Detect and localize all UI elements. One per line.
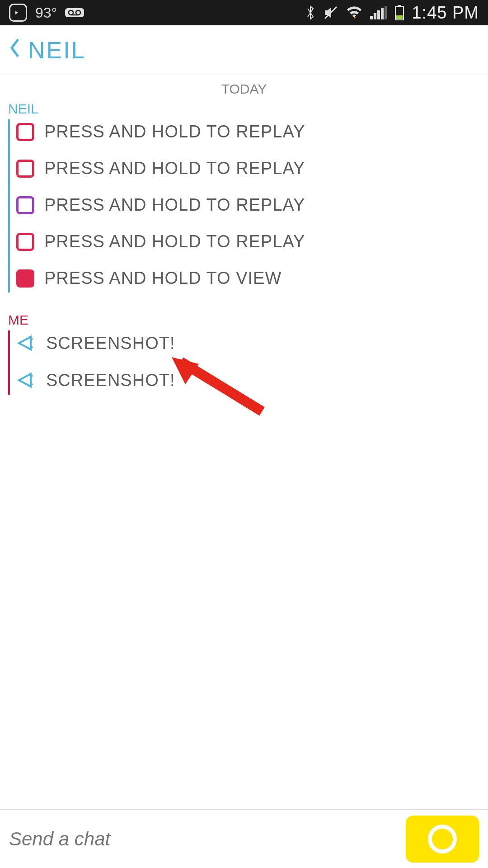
screenshot-icon bbox=[16, 370, 36, 390]
snap-replay-icon bbox=[16, 123, 34, 141]
screenshot-notice: SCREENSHOT! bbox=[16, 370, 488, 390]
camera-button[interactable] bbox=[406, 816, 479, 863]
chat-input[interactable] bbox=[9, 828, 406, 850]
svg-point-0 bbox=[69, 10, 73, 15]
snap-message[interactable]: PRESS AND HOLD TO REPLAY bbox=[16, 232, 488, 251]
snap-message[interactable]: PRESS AND HOLD TO REPLAY bbox=[16, 122, 488, 142]
snap-replay-icon bbox=[16, 196, 34, 214]
sender-label-neil: NEIL bbox=[0, 101, 488, 119]
svg-rect-5 bbox=[398, 5, 401, 6]
bluetooth-icon bbox=[305, 5, 316, 21]
snap-message[interactable]: PRESS AND HOLD TO VIEW bbox=[16, 269, 488, 288]
screenshot-text: SCREENSHOT! bbox=[46, 371, 175, 390]
screenshot-text: SCREENSHOT! bbox=[46, 334, 175, 353]
snap-message[interactable]: PRESS AND HOLD TO REPLAY bbox=[16, 159, 488, 178]
svg-rect-6 bbox=[396, 15, 403, 19]
sender-label-me: ME bbox=[0, 312, 488, 330]
snap-replay-icon bbox=[16, 233, 34, 251]
back-button[interactable] bbox=[9, 38, 20, 63]
date-divider: TODAY bbox=[0, 75, 488, 101]
snap-message-text: PRESS AND HOLD TO REPLAY bbox=[44, 159, 305, 178]
battery-charging-icon bbox=[394, 5, 404, 21]
chat-input-bar bbox=[0, 809, 488, 868]
svg-point-7 bbox=[19, 342, 21, 344]
snap-message[interactable]: PRESS AND HOLD TO REPLAY bbox=[16, 195, 488, 215]
svg-point-1 bbox=[76, 10, 80, 15]
snap-message-text: PRESS AND HOLD TO REPLAY bbox=[44, 122, 305, 142]
snap-unread-icon bbox=[16, 269, 34, 288]
notification-icon bbox=[9, 4, 27, 22]
mute-icon bbox=[323, 5, 338, 20]
signal-icon bbox=[370, 6, 387, 19]
voicemail-icon bbox=[65, 8, 84, 17]
temperature-indicator: 93° bbox=[35, 5, 57, 21]
message-group-neil: PRESS AND HOLD TO REPLAY PRESS AND HOLD … bbox=[8, 119, 488, 292]
wifi-icon bbox=[346, 6, 363, 19]
screenshot-icon bbox=[16, 333, 36, 353]
chat-header: NEIL bbox=[0, 25, 488, 75]
chat-title: NEIL bbox=[28, 37, 86, 64]
screenshot-notice: SCREENSHOT! bbox=[16, 333, 488, 353]
status-time: 1:45 PM bbox=[412, 3, 479, 23]
status-bar: 93° 1:45 PM bbox=[0, 0, 488, 25]
snap-message-text: PRESS AND HOLD TO VIEW bbox=[44, 269, 282, 288]
snap-replay-icon bbox=[16, 160, 34, 178]
svg-point-8 bbox=[19, 379, 21, 382]
snap-message-text: PRESS AND HOLD TO REPLAY bbox=[44, 195, 305, 215]
snap-message-text: PRESS AND HOLD TO REPLAY bbox=[44, 232, 305, 251]
camera-icon bbox=[428, 825, 457, 854]
message-group-me: SCREENSHOT! SCREENSHOT! bbox=[8, 330, 488, 395]
